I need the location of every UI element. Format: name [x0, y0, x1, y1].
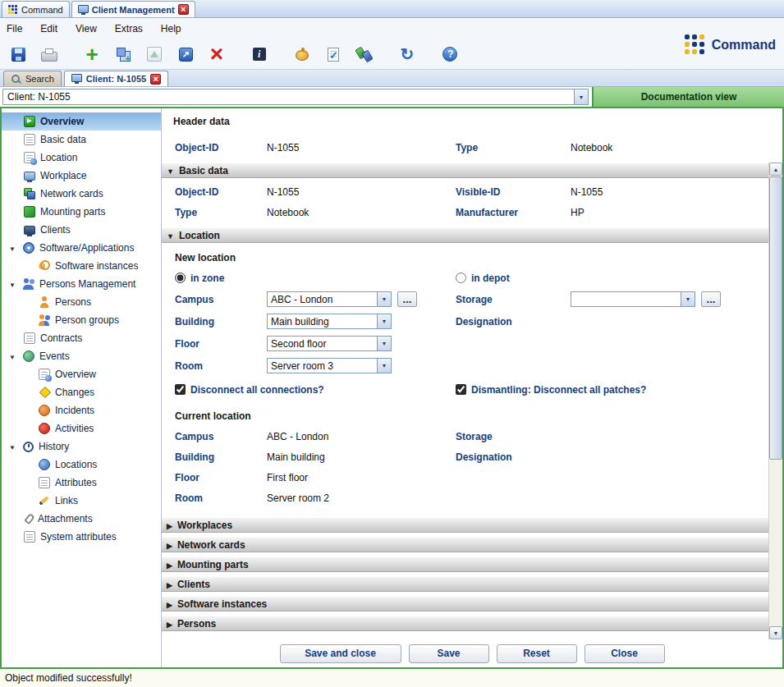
- in-depot-radio[interactable]: [456, 273, 466, 283]
- sidebar-item-changes[interactable]: Changes: [2, 383, 161, 401]
- tab-search[interactable]: Search: [3, 71, 62, 86]
- sidebar-item-workplace[interactable]: Workplace: [2, 167, 161, 185]
- refresh-toolbar-button[interactable]: [394, 42, 420, 66]
- close-button[interactable]: Close: [585, 644, 665, 663]
- sidebar-item-location[interactable]: Location: [2, 149, 161, 167]
- sidebar-item-system-attributes[interactable]: System attributes: [2, 528, 161, 546]
- sidebar-item-incidents[interactable]: Incidents: [2, 401, 161, 419]
- sidebar-item-software-instances[interactable]: Software instances: [2, 257, 161, 275]
- chevron-down-icon[interactable]: [574, 89, 588, 104]
- seal-toolbar-button[interactable]: [289, 42, 315, 66]
- scroll-up-icon[interactable]: ▲: [769, 163, 782, 176]
- checklist-toolbar-button[interactable]: [320, 42, 346, 66]
- dismantling-checkbox[interactable]: [456, 384, 466, 395]
- sidebar-item-mounting-parts[interactable]: Mounting parts: [2, 203, 161, 221]
- in-zone-radio-group: in zone: [175, 273, 456, 284]
- add-toolbar-button[interactable]: [79, 42, 105, 66]
- room-dropdown[interactable]: Server room 3: [267, 358, 392, 373]
- chevron-expanded-icon[interactable]: [9, 278, 18, 290]
- app-window: Command Client Management File Edit View…: [0, 0, 784, 687]
- menu-file[interactable]: File: [7, 23, 22, 34]
- system-attributes-icon: [24, 531, 35, 543]
- info-toolbar-button[interactable]: [246, 42, 273, 66]
- chevron-expanded-icon[interactable]: [9, 350, 18, 362]
- help-toolbar-button[interactable]: [437, 42, 463, 66]
- save-toolbar-button[interactable]: [5, 42, 31, 66]
- section-header-mounting-parts[interactable]: Mounting parts: [162, 556, 768, 572]
- floor-dropdown[interactable]: Second floor: [267, 336, 392, 351]
- window-tab-client-management[interactable]: Client Management: [71, 1, 195, 17]
- menu-view[interactable]: View: [76, 23, 97, 34]
- sidebar-item-events-overview[interactable]: Overview: [2, 365, 161, 383]
- copy-icon: [117, 48, 126, 57]
- section-header-network-cards[interactable]: Network cards: [162, 537, 768, 552]
- chevron-expanded-icon[interactable]: [9, 242, 18, 254]
- sidebar-item-history-links[interactable]: Links: [2, 492, 161, 510]
- save-button[interactable]: Save: [409, 644, 489, 663]
- section-header-location[interactable]: Location: [162, 227, 768, 243]
- scrollbar-thumb[interactable]: [769, 176, 782, 460]
- content-panel: Header data Object-ID N-1055 Type Notebo…: [162, 108, 782, 667]
- in-zone-radio[interactable]: [175, 273, 186, 283]
- changes-icon: [39, 387, 50, 398]
- chevron-expanded-icon[interactable]: [9, 441, 18, 452]
- contract-icon: [24, 332, 35, 344]
- sidebar-item-events[interactable]: Events: [2, 347, 161, 365]
- copy-toolbar-button[interactable]: [110, 42, 136, 66]
- sidebar-item-basic-data[interactable]: Basic data: [2, 131, 161, 149]
- sidebar-item-history-locations[interactable]: Locations: [2, 456, 161, 474]
- window-tab-command[interactable]: Command: [2, 1, 70, 17]
- client-selector[interactable]: Client: N-1055: [2, 89, 589, 105]
- save-and-close-button[interactable]: Save and close: [280, 644, 401, 663]
- campus-label: Campus: [175, 431, 267, 442]
- chevron-down-icon[interactable]: [377, 337, 391, 350]
- chevron-down-icon[interactable]: [377, 314, 391, 328]
- sidebar-item-history-attributes[interactable]: Attributes: [2, 474, 161, 492]
- campus-dropdown[interactable]: ABC - London: [267, 291, 392, 307]
- disconnect-label: Disconnect all connections?: [190, 384, 324, 396]
- sidebar-item-attachments[interactable]: Attachments: [2, 510, 161, 528]
- section-header-software-instances[interactable]: Software instances: [162, 596, 768, 611]
- mounting-parts-icon: [24, 206, 35, 218]
- chevron-down-icon[interactable]: [681, 292, 695, 306]
- menu-help[interactable]: Help: [161, 23, 181, 34]
- section-header-persons[interactable]: Persons: [162, 616, 768, 631]
- close-icon[interactable]: [150, 74, 161, 85]
- in-zone-label: in zone: [190, 273, 224, 284]
- menu-extras[interactable]: Extras: [115, 23, 143, 34]
- tab-client-n-1055[interactable]: Client: N-1055: [64, 71, 168, 86]
- campus-browse-button[interactable]: ...: [397, 291, 417, 307]
- close-icon[interactable]: [178, 4, 189, 15]
- sidebar-item-contracts[interactable]: Contracts: [2, 329, 161, 347]
- print-toolbar-button[interactable]: [36, 42, 62, 66]
- sidebar-item-overview[interactable]: Overview: [2, 112, 161, 131]
- storage-browse-button[interactable]: ...: [701, 291, 721, 307]
- sidebar-item-activities[interactable]: Activities: [2, 419, 161, 437]
- section-header-workplaces[interactable]: Workplaces: [162, 517, 768, 533]
- save-icon: [11, 48, 25, 62]
- section-header-clients[interactable]: Clients: [162, 576, 768, 592]
- storage-dropdown[interactable]: [571, 291, 695, 307]
- edit-toolbar-button[interactable]: [172, 42, 199, 66]
- designation-label: Designation: [456, 316, 571, 327]
- chevron-down-icon[interactable]: [377, 359, 391, 373]
- disconnect-checkbox[interactable]: [175, 384, 186, 395]
- building-dropdown[interactable]: Main building: [267, 314, 392, 329]
- sidebar-item-persons-management[interactable]: Persons Management: [2, 275, 161, 293]
- delete-toolbar-button[interactable]: [204, 42, 230, 66]
- sidebar-item-network-cards[interactable]: Network cards: [2, 185, 161, 203]
- sidebar-item-clients[interactable]: Clients: [2, 221, 161, 239]
- sidebar-item-software-applications[interactable]: Software/Applications: [2, 239, 161, 257]
- client-monitor-icon: [71, 74, 82, 82]
- sidebar-item-history[interactable]: History: [2, 437, 161, 456]
- upload-toolbar-button[interactable]: [141, 42, 167, 66]
- section-header-basic-data[interactable]: Basic data: [162, 163, 768, 178]
- sidebar-item-person-groups[interactable]: Person groups: [2, 311, 161, 329]
- sidebar-item-persons[interactable]: Persons: [2, 293, 161, 311]
- menu-edit[interactable]: Edit: [40, 23, 57, 34]
- chevron-down-icon[interactable]: [377, 292, 391, 306]
- scroll-down-icon[interactable]: ▼: [769, 626, 782, 639]
- reset-button[interactable]: Reset: [497, 644, 577, 663]
- connectors-toolbar-button[interactable]: [351, 42, 378, 66]
- vertical-scrollbar[interactable]: ▲ ▼: [768, 163, 782, 639]
